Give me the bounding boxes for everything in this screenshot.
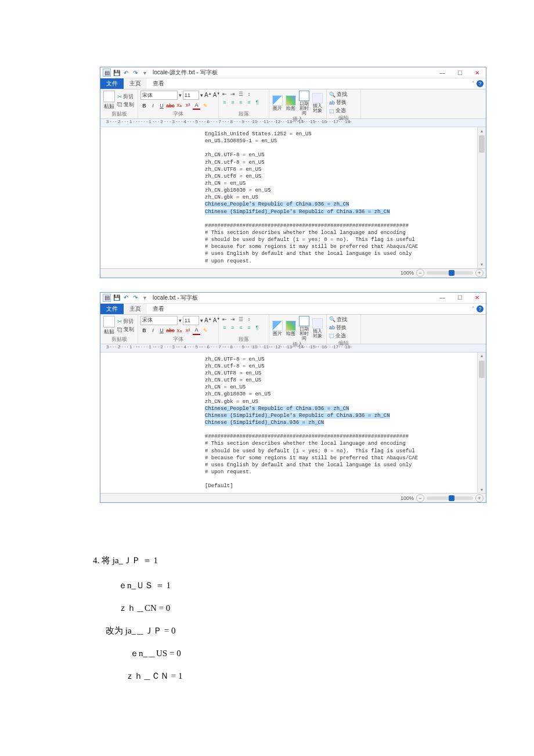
replace-button[interactable]: ab替换: [329, 99, 347, 106]
zoom-slider-thumb[interactable]: [449, 495, 454, 501]
maximize-button[interactable]: ☐: [451, 293, 468, 303]
insert-datetime-button[interactable]: 日期和时间: [298, 91, 310, 116]
find-button[interactable]: 🔍查找: [329, 316, 347, 323]
close-button[interactable]: ✕: [468, 293, 486, 303]
insert-paint-button[interactable]: 绘图: [285, 95, 297, 111]
line-spacing-icon[interactable]: ↕: [246, 316, 252, 323]
subscript-button[interactable]: X₂: [175, 327, 183, 334]
save-icon[interactable]: 💾: [113, 294, 120, 301]
italic-button[interactable]: I: [149, 327, 157, 334]
scroll-thumb[interactable]: [479, 361, 485, 378]
cut-button[interactable]: ✂剪切: [117, 318, 134, 325]
tab-view[interactable]: 查看: [147, 78, 170, 89]
insert-picture-button[interactable]: 图片: [272, 95, 283, 111]
align-left-icon[interactable]: ≡: [221, 99, 228, 106]
inc-indent-icon[interactable]: ⇥: [229, 316, 236, 323]
highlight-button[interactable]: ✎: [201, 102, 209, 109]
insert-paint-button[interactable]: 绘图: [285, 321, 297, 336]
paste-button[interactable]: 粘贴: [103, 91, 116, 110]
superscript-button[interactable]: X²: [184, 102, 192, 109]
redo-icon[interactable]: ↷: [132, 294, 139, 301]
dec-indent-icon[interactable]: ⇤: [221, 316, 228, 323]
maximize-button[interactable]: ☐: [451, 67, 468, 78]
tab-home[interactable]: 主页: [124, 78, 147, 89]
select-all-button[interactable]: ⬚全选: [329, 107, 346, 114]
titlebar[interactable]: ▤ 💾 ↶ ↷ ▾ locale-源文件.txt - 写字板 — ☐ ✕: [100, 67, 486, 78]
font-name-combo[interactable]: 宋体: [140, 316, 178, 325]
cut-button[interactable]: ✂剪切: [117, 93, 134, 100]
qat-dropdown-icon[interactable]: ▾: [141, 294, 148, 301]
replace-button[interactable]: ab替换: [329, 324, 347, 332]
ruler[interactable]: 3 · · · 2 · · · 1 · · · · · · 1 · · · 2 …: [100, 344, 486, 352]
zoom-slider[interactable]: [427, 496, 473, 500]
undo-icon[interactable]: ↶: [122, 294, 129, 301]
help-icon[interactable]: ?: [477, 305, 484, 312]
font-size-dropdown-icon[interactable]: ▾: [200, 318, 203, 323]
tab-file[interactable]: 文件: [100, 78, 124, 89]
strike-button[interactable]: abc: [167, 327, 174, 334]
strike-button[interactable]: abc: [167, 102, 174, 109]
zoom-slider[interactable]: [427, 271, 473, 275]
align-center-icon[interactable]: ≡: [229, 99, 236, 106]
paragraph-dialog-icon[interactable]: ¶: [254, 324, 261, 331]
underline-button[interactable]: U: [158, 102, 165, 109]
font-name-combo[interactable]: 宋体: [140, 91, 178, 100]
paste-button[interactable]: 粘贴: [103, 316, 116, 336]
copy-button[interactable]: ⿻复制: [117, 101, 134, 109]
vertical-scrollbar[interactable]: ▴ ▾: [477, 352, 486, 494]
insert-picture-button[interactable]: 图片: [272, 321, 283, 336]
grow-font-icon[interactable]: A▲: [204, 92, 212, 98]
scroll-thumb[interactable]: [479, 135, 485, 153]
tab-file[interactable]: 文件: [100, 304, 124, 314]
document-area[interactable]: English_United States.1252 = en_USen_US.…: [100, 127, 477, 268]
font-name-dropdown-icon[interactable]: ▾: [179, 92, 182, 98]
font-size-combo[interactable]: 11: [183, 316, 199, 325]
font-color-button[interactable]: A: [193, 101, 200, 110]
bold-button[interactable]: B: [140, 327, 148, 334]
vertical-scrollbar[interactable]: ▴ ▾: [477, 127, 486, 268]
align-justify-icon[interactable]: ≡: [246, 324, 252, 331]
inc-indent-icon[interactable]: ⇥: [229, 91, 236, 98]
align-center-icon[interactable]: ≡: [229, 324, 236, 331]
zoom-in-button[interactable]: +: [475, 269, 484, 277]
select-all-button[interactable]: ⬚全选: [329, 332, 346, 340]
collapse-ribbon-icon[interactable]: ˄: [472, 306, 475, 312]
subscript-button[interactable]: X₂: [175, 102, 183, 109]
scroll-down-icon[interactable]: ▾: [478, 486, 486, 493]
scroll-up-icon[interactable]: ▴: [478, 352, 486, 359]
document-area[interactable]: zh_CN.UTF-8 = en_USzh_CN.utf-8 = en_USzh…: [100, 352, 477, 494]
zoom-out-button[interactable]: −: [416, 494, 424, 502]
zoom-out-button[interactable]: −: [416, 269, 424, 277]
align-right-icon[interactable]: ≡: [237, 324, 244, 331]
scroll-up-icon[interactable]: ▴: [478, 127, 486, 134]
insert-datetime-button[interactable]: 日期和时间: [298, 316, 310, 341]
ruler[interactable]: 3 · · · 2 · · · 1 · · · · · · 1 · · · 2 …: [100, 119, 486, 127]
align-left-icon[interactable]: ≡: [221, 324, 228, 331]
close-button[interactable]: ✕: [468, 67, 486, 78]
collapse-ribbon-icon[interactable]: ˄: [472, 81, 475, 87]
superscript-button[interactable]: X²: [184, 327, 192, 334]
copy-button[interactable]: ⿻复制: [117, 326, 134, 333]
font-name-dropdown-icon[interactable]: ▾: [179, 318, 182, 323]
undo-icon[interactable]: ↶: [122, 69, 129, 76]
help-icon[interactable]: ?: [477, 80, 484, 87]
line-spacing-icon[interactable]: ↕: [246, 91, 252, 98]
underline-button[interactable]: U: [158, 327, 165, 334]
bullets-icon[interactable]: ☰: [237, 316, 244, 323]
tab-view[interactable]: 查看: [147, 304, 170, 314]
scroll-down-icon[interactable]: ▾: [478, 261, 486, 268]
insert-object-button[interactable]: 插入对象: [312, 93, 323, 113]
font-color-button[interactable]: A: [193, 326, 200, 335]
highlight-button[interactable]: ✎: [201, 327, 209, 334]
grow-font-icon[interactable]: A▲: [204, 317, 212, 323]
qat-dropdown-icon[interactable]: ▾: [141, 69, 148, 76]
font-size-dropdown-icon[interactable]: ▾: [200, 92, 203, 98]
zoom-in-button[interactable]: +: [475, 494, 484, 502]
save-icon[interactable]: 💾: [113, 69, 120, 76]
zoom-slider-thumb[interactable]: [449, 270, 454, 276]
bullets-icon[interactable]: ☰: [237, 91, 244, 98]
insert-object-button[interactable]: 插入对象: [312, 318, 323, 339]
app-icon[interactable]: ▤: [103, 69, 111, 77]
titlebar[interactable]: ▤ 💾 ↶ ↷ ▾ locale.txt - 写字板 — ☐ ✕: [100, 293, 486, 304]
align-right-icon[interactable]: ≡: [237, 99, 244, 106]
